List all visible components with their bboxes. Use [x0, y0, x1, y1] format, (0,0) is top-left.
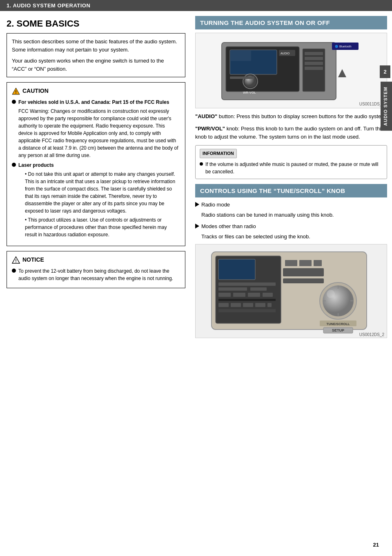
- pwrvol-term: "PWR/VOL": [195, 126, 225, 132]
- svg-rect-32: [263, 293, 273, 297]
- audio-term: "AUDIO": [195, 113, 217, 119]
- right-column: TURNING THE AUDIO SYSTEM ON OR OFF WR·VO…: [192, 11, 392, 343]
- svg-rect-19: [305, 57, 323, 60]
- svg-text:🔵 Bluetooth: 🔵 Bluetooth: [335, 45, 352, 48]
- svg-rect-25: [218, 259, 255, 280]
- radio-sub-text: Radio stations can be tuned in manually …: [201, 211, 387, 219]
- svg-rect-52: [283, 278, 324, 283]
- header-title: 1. AUDIO SYSTEM OPERATION: [7, 2, 90, 9]
- notice-text: To prevent the 12-volt battery from bein…: [18, 267, 180, 282]
- svg-rect-28: [250, 287, 267, 291]
- audio-diagram: WR·VOL AUDIO 🔵 Bluetooth: [195, 33, 387, 108]
- console-svg: TUNE/SCROLL SETUP: [199, 248, 383, 336]
- modes-sub-text: Tracks or files can be selected using th…: [201, 233, 387, 241]
- notice-header: ! NOTICE: [12, 256, 180, 264]
- svg-rect-55: [314, 260, 322, 266]
- turning-header: TURNING THE AUDIO SYSTEM ON OR OFF: [195, 16, 387, 29]
- svg-rect-18: [305, 52, 323, 55]
- notice-item: To prevent the 12-volt battery from bein…: [12, 267, 180, 282]
- svg-marker-22: [338, 69, 346, 77]
- svg-rect-37: [255, 303, 265, 307]
- triangle-icon-2: [195, 224, 199, 229]
- notice-dot: [12, 269, 16, 273]
- bullet-dot: [12, 100, 16, 104]
- radio-mode-item: Radio mode: [195, 201, 387, 209]
- svg-rect-36: [243, 303, 253, 307]
- svg-rect-34: [218, 303, 229, 307]
- controls-section: CONTROLS USING THE “TUNE/SCROLL” KNOB Ra…: [195, 184, 387, 338]
- svg-rect-26: [218, 282, 276, 286]
- information-box: INFORMATION If the volume is adjusted wh…: [195, 145, 387, 179]
- caution-box: ! CAUTION For vehicles sold in U.S.A. an…: [7, 82, 185, 246]
- fcc-detail: FCC Warning: Changes or modifications in…: [18, 108, 180, 159]
- information-header: INFORMATION: [200, 149, 237, 158]
- svg-rect-31: [248, 293, 260, 297]
- svg-text:AUDIO: AUDIO: [281, 52, 290, 55]
- svg-rect-39: [218, 309, 276, 312]
- section-title: 2. SOME BASICS: [7, 18, 185, 29]
- caution-item-1-text: For vehicles sold in U.S.A. and Canada: …: [18, 99, 180, 159]
- svg-rect-7: [231, 51, 251, 61]
- svg-rect-21: [305, 67, 323, 70]
- svg-rect-54: [299, 260, 312, 266]
- pwrvol-description: "PWR/VOL" knob: Press this knob to turn …: [195, 125, 387, 141]
- svg-text:!: !: [15, 258, 17, 263]
- audio-unit-svg: WR·VOL AUDIO 🔵 Bluetooth: [199, 36, 383, 106]
- modes-content: Modes other than radio: [201, 222, 387, 231]
- modes-label: Modes other than radio: [201, 223, 256, 229]
- page-header: 1. AUDIO SYSTEM OPERATION: [0, 0, 392, 11]
- svg-rect-53: [285, 260, 297, 266]
- svg-rect-33: [218, 299, 276, 301]
- svg-rect-29: [218, 293, 231, 297]
- svg-rect-38: [267, 303, 272, 307]
- svg-rect-20: [305, 62, 323, 65]
- audio-description: "AUDIO" button: Press this button to dis…: [195, 112, 387, 121]
- svg-rect-12: [230, 76, 254, 79]
- svg-rect-35: [231, 303, 241, 307]
- caution-label: CAUTION: [22, 87, 49, 95]
- side-tab: AUDIO SYSTEM: [381, 82, 392, 131]
- audio-desc-text: button: Press this button to display scr…: [219, 113, 387, 119]
- svg-text:WR·VOL: WR·VOL: [243, 91, 256, 94]
- intro-box: This section describes some of the basic…: [7, 33, 185, 77]
- modes-item: Modes other than radio: [195, 222, 387, 231]
- notice-box: ! NOTICE To prevent the 12-volt battery …: [7, 251, 185, 288]
- svg-rect-30: [233, 293, 245, 297]
- caution-item-2: Laser products Do not take this unit apa…: [12, 161, 180, 240]
- caution-icon: !: [12, 87, 20, 95]
- diagram-label-2: US0012DS_2: [359, 332, 384, 337]
- svg-point-42: [327, 290, 335, 298]
- notice-icon: !: [12, 256, 20, 264]
- left-column: 2. SOME BASICS This section describes so…: [0, 11, 192, 343]
- caution-header: ! CAUTION: [12, 87, 180, 95]
- svg-rect-51: [283, 268, 324, 276]
- svg-text:!: !: [15, 90, 17, 94]
- svg-text:TUNE/SCROLL: TUNE/SCROLL: [327, 322, 350, 326]
- chapter-number: 2: [380, 65, 390, 78]
- info-dot: [200, 162, 203, 166]
- svg-point-41: [323, 285, 354, 316]
- info-bullet: If the volume is adjusted while music is…: [200, 161, 383, 175]
- laser-sub1: Do not take this unit apart or attempt t…: [25, 170, 180, 215]
- svg-rect-27: [218, 287, 247, 291]
- svg-text:SETUP: SETUP: [332, 328, 344, 332]
- caution-item-2-text: Laser products Do not take this unit apa…: [18, 161, 180, 240]
- intro-para2: Your audio system works when the engine …: [12, 57, 180, 73]
- triangle-icon-1: [195, 202, 199, 207]
- radio-content: Radio mode: [201, 201, 387, 209]
- notice-label: NOTICE: [22, 256, 44, 264]
- console-diagram: TUNE/SCROLL SETUP: [195, 244, 387, 338]
- controls-header: CONTROLS USING THE “TUNE/SCROLL” KNOB: [195, 184, 387, 197]
- radio-label: Radio mode: [201, 202, 230, 208]
- laser-header: Laser products: [18, 161, 180, 169]
- intro-para1: This section describes some of the basic…: [12, 38, 180, 54]
- caution-item-1: For vehicles sold in U.S.A. and Canada: …: [12, 99, 180, 159]
- laser-sub2: This product utilizes a laser. Use of co…: [25, 216, 180, 238]
- info-text: If the volume is adjusted while music is…: [205, 161, 383, 175]
- fcc-header: For vehicles sold in U.S.A. and Canada: …: [18, 99, 180, 106]
- page-number: 21: [373, 542, 379, 548]
- bullet-dot-2: [12, 163, 16, 167]
